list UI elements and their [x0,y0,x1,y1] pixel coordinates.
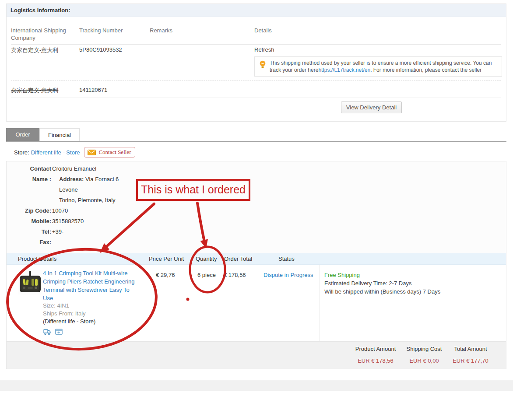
notice-text-after: . For more information, please contact t… [370,67,481,73]
price-per-unit-value: € 29,76 [156,272,175,278]
old-shipping-company-value: 卖家自定义-意大利 [11,87,77,94]
value-text: Via Fornaci 6 [85,176,119,182]
col-header-product-details: Product Details [18,253,56,265]
view-delivery-detail-button[interactable]: View Delivery Detail [341,102,402,113]
value-text: Croitoru Emanuel [52,165,96,172]
divider [11,98,501,98]
free-shipping-label: Free Shipping [324,271,440,279]
tab-financial[interactable]: Financial [39,128,80,141]
col-header-shipping-company: International Shipping Company [11,27,77,42]
product-size: Size: 4IN1 [43,302,69,309]
store-bar: Store: Different life - Store Contact Se… [14,147,135,158]
old-tracking-number-value: 141120671 [79,87,107,93]
order-panel: ContactCroitoru Emanuel Name :Address: V… [6,161,506,369]
bulb-icon [259,60,266,69]
logistics-panel: Logistics Information: International Shi… [6,4,506,122]
col-header-price-per-unit: Price Per Unit [149,253,184,265]
order-detail-page: Logistics Information: International Shi… [0,0,513,420]
field-label: Zip Code: [11,206,51,215]
store-label: Store: [14,149,29,156]
total-value: EUR € 177,70 [438,352,503,364]
shipping-info: Free Shipping Estimated Delivery Time: 2… [324,271,440,296]
col-header-remarks: Remarks [150,27,172,34]
order-total-value: € 178,56 [224,272,246,278]
tracking-url-link[interactable]: https://t.17track.net/en [318,67,370,73]
total-label: Total Amount [438,341,503,352]
contact-seller-button[interactable]: Contact Seller [84,147,135,158]
product-title-link[interactable]: 4 In 1 Crimping Tool Kit Multi-wire Crim… [43,269,137,302]
envelope-icon [88,150,96,155]
col-header-order-total: Order Total [224,253,252,265]
divider [11,80,501,81]
shipping-notice: This shipping method used by your seller… [254,56,502,77]
field-value: 10070 [52,206,210,215]
field-label: Tel: [11,228,51,236]
payment-card-icon[interactable] [55,329,63,335]
contact-seller-label: Contact Seller [98,149,131,156]
col-header-tracking-number: Tracking Number [79,27,123,34]
refresh-link[interactable]: Refresh [254,46,274,53]
field-value: +39- [52,228,210,236]
inline-label: Address: [59,176,85,182]
tab-order[interactable]: Order [6,128,39,141]
col-header-details: Details [254,27,272,34]
field-label: Mobile: [11,217,51,226]
divider [11,44,501,45]
col-header-status: Status [278,253,295,265]
value-text: 10070 [52,207,68,214]
product-ships-from: Ships From: Italy [43,310,86,317]
field-value: Croitoru Emanuel [52,164,210,173]
field-label: Name : [11,175,51,184]
annotation-text-box: This is what I ordered [136,179,250,201]
field-label: Fax: [11,238,51,247]
divider [320,265,320,341]
product-thumbnail[interactable] [18,270,42,294]
value-text: Torino, Piemonte, Italy [59,197,116,203]
value-text: Levone [59,186,78,193]
field-value: 3515882570 [52,217,210,226]
shipping-company-value: 卖家自定义-意大利 [11,46,77,54]
value-text: 3515882570 [52,218,84,224]
product-table-header [7,253,506,265]
logistics-title: Logistics Information: [7,4,506,17]
value-text: +39- [52,228,63,235]
status-link[interactable]: Dispute in Progress [264,272,313,278]
quantity-value: 6 piece [197,272,216,278]
tracking-number-value: 5P80C91093532 [79,46,122,53]
product-action-icons [43,329,63,335]
will-ship-text: Will be shipped within (Business days) 7… [324,287,440,296]
store-name-link[interactable]: Different life - Store [31,149,80,156]
field-label: Contact [11,164,51,173]
shipping-truck-icon[interactable] [43,329,51,335]
estimated-delivery-text: Estimated Delivery Time: 2-7 Days [324,279,440,287]
col-header-quantity: Quantity [196,253,217,265]
product-store-name: (Different life - Store) [43,318,95,325]
tab-underline-bar [6,141,506,142]
page-footer-strip [0,380,513,391]
total-col-total-amount: Total Amount EUR € 177,70 [438,341,503,364]
